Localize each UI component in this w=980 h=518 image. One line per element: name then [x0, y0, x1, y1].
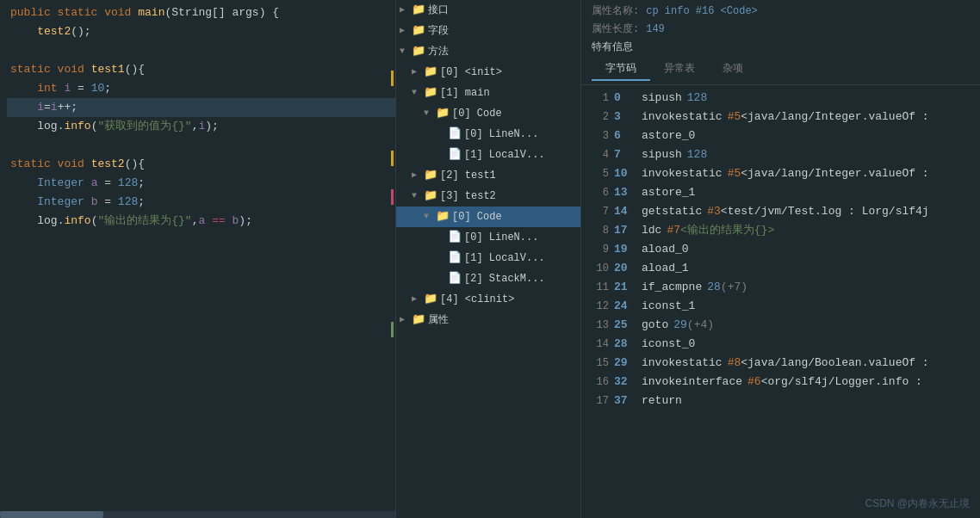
attr-name-value: cp info #16 <Code> — [646, 5, 758, 17]
tree-arrow-icon: ▼ — [412, 188, 424, 205]
tree-arrow-icon: ▶ — [436, 146, 448, 163]
code-panel: public static void main(String[] args) {… — [0, 0, 396, 518]
bc-line-1: 1 0 sipush 128 — [581, 89, 980, 108]
tree-label: 接口 — [428, 2, 449, 19]
code-line: log.info("输出的结果为{}",a == b); — [7, 212, 395, 231]
attr-name-label: 属性名称: — [592, 3, 639, 18]
code-line: public static void main(String[] args) { — [7, 3, 395, 22]
bc-line-16: 16 32 invokeinterface #6 <org/slf4j/Logg… — [581, 373, 980, 392]
file-icon: 📄 — [448, 270, 462, 287]
tree-arrow-icon: ▶ — [400, 22, 412, 40]
tree-label: [1] main — [440, 84, 490, 102]
tree-arrow-icon: ▼ — [400, 43, 412, 60]
tab-misc[interactable]: 杂项 — [709, 58, 757, 81]
tree-label: [0] Code — [452, 208, 502, 225]
tree-arrow-icon: ▼ — [424, 208, 436, 225]
folder-icon: 📁 — [424, 188, 437, 205]
code-line: log.info("获取到的值为{}",i); — [7, 117, 395, 136]
code-line: test2(); — [7, 22, 395, 41]
bc-line-15: 15 29 invokestatic #8 <java/lang/Boolean… — [581, 354, 980, 373]
tree-arrow-icon: ▶ — [400, 2, 412, 19]
tree-item-main[interactable]: ▼ 📁 [1] main — [396, 83, 580, 103]
tree-item-test2-line[interactable]: ▶ 📄 [0] LineN... — [396, 227, 580, 248]
tree-item-test2[interactable]: ▼ 📁 [3] test2 — [396, 186, 580, 207]
bc-line-13: 13 25 goto 29 (+4) — [581, 316, 980, 335]
folder-icon: 📁 — [424, 291, 437, 308]
folder-icon: 📁 — [436, 208, 450, 225]
keyword-public: public — [10, 3, 58, 22]
bytecode-panel: 属性名称: cp info #16 <Code> 属性长度: 149 特有信息 … — [581, 0, 980, 518]
tree-item-methods[interactable]: ▼ 📁 方法 — [396, 41, 580, 62]
tree-item-line-number[interactable]: ▶ 📄 [0] LineN... — [396, 124, 580, 145]
method-main: main — [138, 3, 164, 22]
tree-label: 属性 — [428, 311, 449, 329]
tree-arrow-icon: ▶ — [436, 250, 448, 267]
tree-item-test1[interactable]: ▶ 📁 [2] test1 — [396, 165, 580, 186]
bc-line-14: 14 28 iconst_0 — [581, 335, 980, 354]
pink-indicator — [391, 189, 394, 205]
code-line: static void test2(){ — [7, 155, 395, 174]
bc-line-2: 2 3 invokestatic #5 <java/lang/Integer.v… — [581, 108, 980, 126]
green-indicator — [391, 322, 394, 337]
tabs-row: 字节码 异常表 杂项 — [592, 58, 970, 81]
folder-icon: 📁 — [412, 2, 425, 19]
tree-item-attr[interactable]: ▶ 📁 属性 — [396, 310, 580, 330]
tab-bytecode[interactable]: 字节码 — [592, 58, 650, 81]
bc-line-3: 3 6 astore_0 — [581, 126, 980, 145]
file-icon: 📄 — [448, 126, 462, 143]
bc-line-7: 7 14 getstatic #3 <test/jvm/Test.log : L… — [581, 202, 980, 221]
tree-arrow-icon: ▼ — [412, 84, 424, 102]
tree-item-local-var[interactable]: ▶ 📄 [1] LocalV... — [396, 145, 580, 165]
attr-len-value: 149 — [646, 23, 665, 35]
bc-line-11: 11 21 if_acmpne 28 (+7) — [581, 278, 980, 297]
tree-arrow-icon: ▶ — [436, 229, 448, 246]
tree-label: [0] <init> — [440, 64, 502, 81]
tree-label: [2] StackM... — [464, 270, 545, 287]
attr-len-row: 属性长度: 149 — [592, 22, 970, 36]
tree-item-init[interactable]: ▶ 📁 [0] <init> — [396, 62, 580, 83]
tree-item-test2-localv[interactable]: ▶ 📄 [1] LocalV... — [396, 248, 580, 268]
keyword-void: void — [104, 3, 138, 22]
tree-label: 字段 — [428, 22, 449, 40]
tree-arrow-icon: ▶ — [436, 126, 448, 143]
attr-len-label: 属性长度: — [592, 22, 639, 36]
bc-line-8: 8 17 ldc #7 <输出的结果为{}> — [581, 221, 980, 240]
tree-arrow-icon: ▼ — [424, 105, 436, 122]
tree-item-clinit[interactable]: ▶ 📁 [4] <clinit> — [396, 289, 580, 310]
code-line-highlighted: i=i++; — [7, 98, 395, 117]
tree-label: [0] LineN... — [464, 229, 538, 246]
tab-exception-table[interactable]: 异常表 — [650, 58, 709, 81]
code-line-blank — [7, 231, 395, 250]
code-line-blank — [7, 136, 395, 155]
file-icon: 📄 — [448, 146, 462, 163]
tree-arrow-icon: ▶ — [412, 167, 424, 184]
tree-item-interface[interactable]: ▶ 📁 接口 — [396, 0, 580, 21]
code-line: Integer a = 128; — [7, 174, 395, 193]
scrollbar-thumb[interactable] — [0, 511, 103, 518]
tree-item-fields[interactable]: ▶ 📁 字段 — [396, 21, 580, 41]
tree-label: [1] LocalV... — [464, 250, 545, 267]
attr-name-row: 属性名称: cp info #16 <Code> — [592, 3, 970, 18]
folder-icon: 📁 — [424, 84, 437, 102]
tree-item-test2-stackm[interactable]: ▶ 📄 [2] StackM... — [396, 268, 580, 289]
special-info-row: 特有信息 — [592, 40, 970, 54]
tree-arrow-icon: ▶ — [412, 64, 424, 81]
folder-icon: 📁 — [424, 64, 437, 81]
tree-label: [3] test2 — [440, 188, 496, 205]
code-line: Integer b = 128; — [7, 193, 395, 212]
folder-icon: 📁 — [412, 22, 425, 40]
tree-label: [2] test1 — [440, 167, 496, 184]
bc-line-5: 5 10 invokestatic #5 <java/lang/Integer.… — [581, 164, 980, 183]
tree-label: [4] <clinit> — [440, 291, 514, 308]
tree-label: [1] LocalV... — [464, 146, 545, 163]
yellow-indicator — [391, 71, 394, 86]
keyword-static: static — [58, 3, 105, 22]
tree-item-main-code[interactable]: ▼ 📁 [0] Code — [396, 103, 580, 124]
folder-icon: 📁 — [436, 105, 450, 122]
folder-icon: 📁 — [424, 167, 437, 184]
tree-label: 方法 — [428, 43, 449, 60]
special-info-label: 特有信息 — [592, 40, 633, 54]
file-icon: 📄 — [448, 250, 462, 267]
tree-item-test2-code[interactable]: ▼ 📁 [0] Code — [396, 207, 580, 227]
tree-arrow-icon: ▶ — [412, 291, 424, 308]
